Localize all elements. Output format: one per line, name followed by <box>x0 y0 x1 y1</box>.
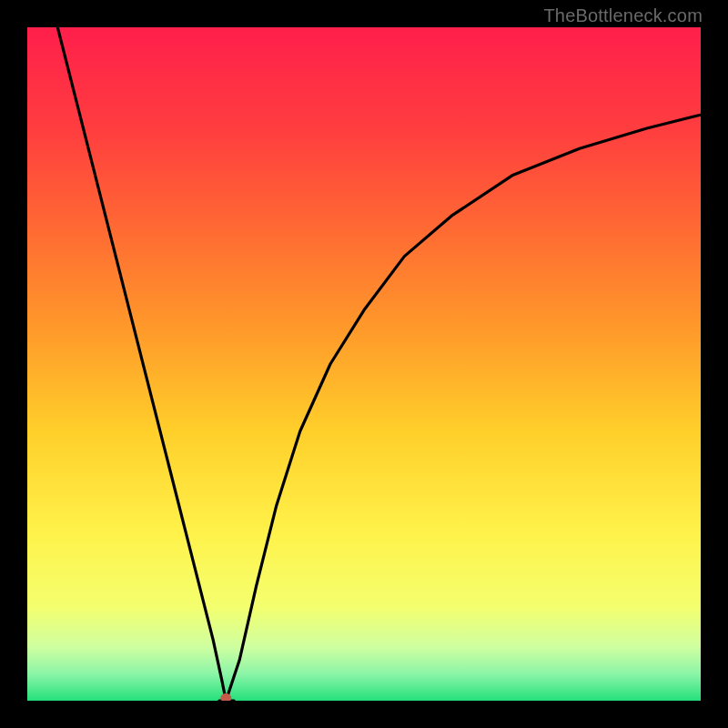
minimum-marker <box>220 693 231 701</box>
watermark-label: TheBottleneck.com <box>543 5 703 26</box>
chart-frame: TheBottleneck.com <box>0 0 728 728</box>
curve-layer <box>27 27 701 701</box>
plot-area <box>27 27 701 701</box>
bottleneck-curve <box>57 27 701 701</box>
